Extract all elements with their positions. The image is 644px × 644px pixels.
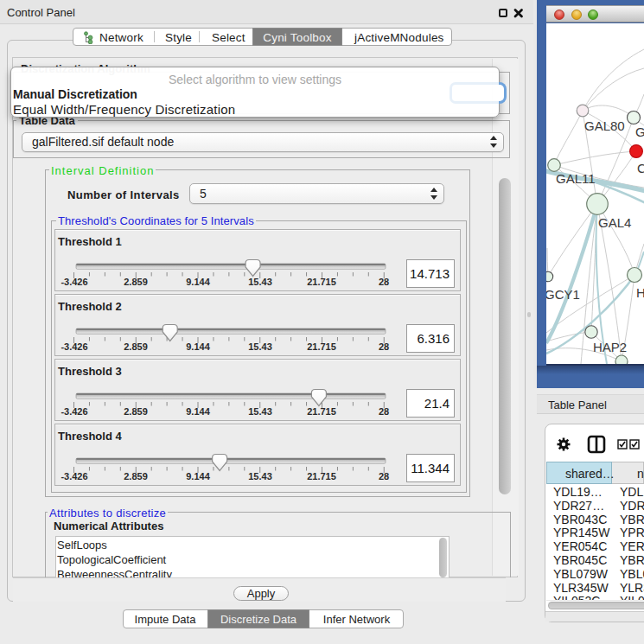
svg-text:GAL4: GAL4 bbox=[598, 215, 631, 230]
svg-text:GAL11: GAL11 bbox=[556, 171, 596, 186]
svg-text:GCY1: GCY1 bbox=[546, 287, 580, 302]
svg-text:GAL80: GAL80 bbox=[584, 118, 625, 133]
svg-text:G...: G... bbox=[635, 124, 644, 139]
svg-text:H: H bbox=[636, 285, 644, 300]
svg-text:HAP2: HAP2 bbox=[593, 340, 627, 354]
svg-text:C: C bbox=[637, 161, 644, 175]
